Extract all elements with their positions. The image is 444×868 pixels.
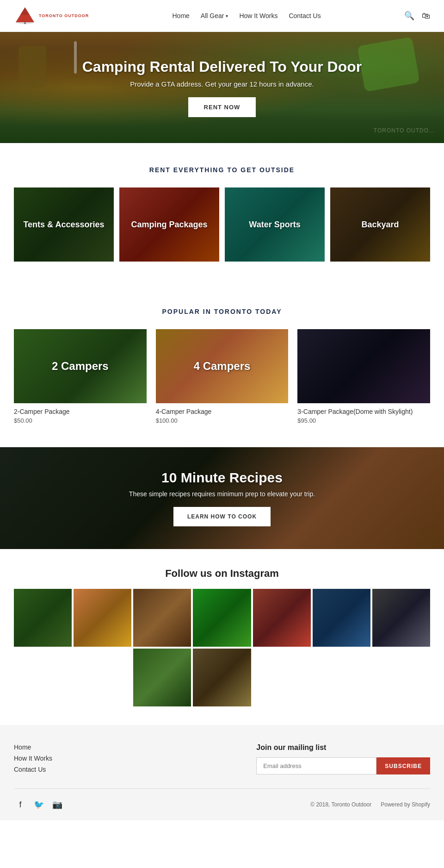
product-price: $95.00 [297,417,430,424]
hero-watermark: TORONTO OUTDO... [374,127,435,134]
mailing-title: Join our mailing list [256,743,430,752]
recipe-content: 10 Minute Recipes These simple recipes r… [129,470,315,526]
rent-section-title: RENT EVERYTHING TO GET OUTSIDE [14,166,430,174]
footer-bottom: f 🐦 📷 © 2018, Toronto Outdoor Powered by… [14,788,430,811]
product-name: 4-Camper Package [156,408,289,415]
footer-link[interactable]: How It Works [14,755,52,762]
nav-all-gear[interactable]: All Gear ▾ [201,12,228,19]
footer-link[interactable]: Contact Us [14,766,52,773]
instagram-image-slot[interactable] [133,649,191,706]
instagram-image-bg [133,589,191,647]
instagram-image-bg [14,589,72,647]
footer-link[interactable]: Home [14,743,52,751]
category-grid: Tents & Accessories Camping Packages Wat… [14,187,430,262]
recipe-title: 10 Minute Recipes [129,470,315,486]
svg-rect-3 [24,22,26,24]
instagram-image-bg [74,589,131,647]
rent-now-button[interactable]: RENT NOW [188,97,256,117]
instagram-image[interactable] [193,589,251,647]
instagram-top-row [14,589,430,647]
instagram-image[interactable] [133,589,191,647]
hero-subtitle: Provide a GTA address. Get your gear 12 … [82,80,362,88]
instagram-image-slot[interactable] [193,649,251,706]
instagram-image-bg [193,589,251,647]
main-nav: Home All Gear ▾ How It Works Contact Us [173,12,321,19]
rent-section: RENT EVERYTHING TO GET OUTSIDE Tents & A… [0,143,444,285]
category-card[interactable]: Tents & Accessories [14,187,114,262]
product-name: 3-Camper Package(Dome with Skylight) [297,408,430,415]
product-card[interactable]: 4 Campers 4-Camper Package $100.00 [156,329,289,424]
instagram-image[interactable] [372,589,430,647]
product-label: 2 Campers [14,329,147,403]
footer-top: HomeHow It WorksContact Us Join our mail… [14,743,430,774]
category-card[interactable]: Backyard [330,187,430,262]
product-card[interactable]: 3-Camper Package(Dome with Skylight) $95… [297,329,430,424]
header: TORONTO OUTDOOR Home All Gear ▾ How It W… [0,0,444,32]
product-name: 2-Camper Package [14,408,147,415]
logo[interactable]: TORONTO OUTDOOR [14,5,89,27]
category-card[interactable]: Camping Packages [119,187,219,262]
instagram-icon[interactable]: 📷 [51,798,64,811]
popular-section-title: POPULAR IN TORONTO TODAY [14,308,430,315]
category-card-label: Camping Packages [119,187,219,262]
instagram-image-bg [133,649,191,706]
product-image: 4 Campers [156,329,289,403]
mailing-form: SUBSCRIBE [256,757,430,774]
product-card[interactable]: 2 Campers 2-Camper Package $50.00 [14,329,147,424]
footer-mailing: Join our mailing list SUBSCRIBE [256,743,430,774]
footer-links: HomeHow It WorksContact Us [14,743,52,773]
header-icons: 🔍 🛍 [404,11,430,21]
footer: HomeHow It WorksContact Us Join our mail… [0,725,444,820]
logo-text: TORONTO OUTDOOR [39,13,89,18]
instagram-title: Follow us on Instagram [14,568,430,580]
category-card-label: Tents & Accessories [14,187,114,262]
instagram-bottom-row [14,649,430,706]
popular-section: POPULAR IN TORONTO TODAY 2 Campers 2-Cam… [0,285,444,447]
instagram-image[interactable] [74,589,131,647]
chevron-down-icon: ▾ [226,13,228,19]
category-card-label: Backyard [330,187,430,262]
instagram-image-bg [372,589,430,647]
product-price: $100.00 [156,417,289,424]
category-card[interactable]: Water Sports [225,187,325,262]
product-price: $50.00 [14,417,147,424]
twitter-icon[interactable]: 🐦 [32,798,45,811]
instagram-image-bg [313,589,370,647]
products-grid: 2 Campers 2-Camper Package $50.00 4 Camp… [14,329,430,424]
instagram-image[interactable] [313,589,370,647]
footer-copyright: © 2018, Toronto Outdoor Powered by Shopi… [310,801,430,808]
copyright-text: © 2018, Toronto Outdoor [310,801,371,808]
nav-how-it-works[interactable]: How It Works [239,12,278,19]
svg-marker-2 [20,7,30,15]
instagram-image-bg [253,589,311,647]
recipe-banner: 10 Minute Recipes These simple recipes r… [0,447,444,549]
recipe-subtitle: These simple recipes requires minimum pr… [129,490,315,498]
nav-contact-us[interactable]: Contact Us [289,12,321,19]
nav-home[interactable]: Home [173,12,190,19]
logo-icon [14,5,36,27]
product-label [297,329,430,403]
powered-by: Powered by Shopify [381,801,430,808]
instagram-section: Follow us on Instagram [0,549,444,725]
hero-content: Camping Rental Delivered To Your Door Pr… [82,58,362,117]
product-label: 4 Campers [156,329,289,403]
hero-title: Camping Rental Delivered To Your Door [82,58,362,75]
product-image: 2 Campers [14,329,147,403]
category-card-label: Water Sports [225,187,325,262]
search-icon[interactable]: 🔍 [404,11,414,21]
learn-cook-button[interactable]: LEARN HOW TO COOK [173,507,271,526]
instagram-image-bg [193,649,251,706]
cart-icon[interactable]: 🛍 [422,11,430,21]
product-image [297,329,430,403]
instagram-image[interactable] [253,589,311,647]
facebook-icon[interactable]: f [14,798,27,811]
hero-banner: Camping Rental Delivered To Your Door Pr… [0,32,444,143]
subscribe-button[interactable]: SUBSCRIBE [376,757,430,774]
instagram-image[interactable] [14,589,72,647]
social-icons: f 🐦 📷 [14,798,64,811]
email-input[interactable] [256,757,376,774]
